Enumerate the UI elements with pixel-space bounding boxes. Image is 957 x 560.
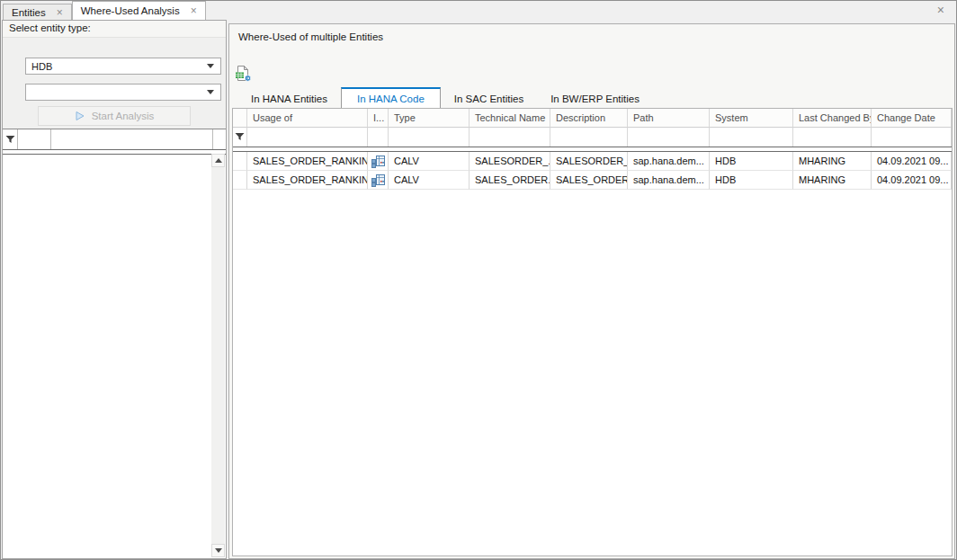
filter-cell-description[interactable] xyxy=(550,128,628,147)
column-header-system[interactable]: System xyxy=(710,109,793,128)
tab-label: In SAC Entities xyxy=(454,93,523,104)
tab-label: In BW/ERP Entities xyxy=(550,93,639,104)
filter-cell-type[interactable] xyxy=(389,128,470,147)
filter-cell-path[interactable] xyxy=(628,128,710,147)
cell-technical-name: SALESORDER_... xyxy=(470,152,550,171)
grid-filter-row xyxy=(233,128,952,147)
table-row[interactable]: SALES_ORDER_RANKING CALV SALESORDER_... … xyxy=(233,152,952,171)
tab-label: In HANA Entities xyxy=(251,93,327,104)
filter-cell-last-changed-by[interactable] xyxy=(793,128,872,147)
column-header-type[interactable]: Type xyxy=(389,109,470,128)
cell-usage-of: SALES_ORDER_RANKING xyxy=(247,171,368,190)
row-indicator xyxy=(233,152,247,171)
cell-usage-of: SALES_ORDER_RANKING xyxy=(247,152,368,171)
tab-entities[interactable]: Entities × xyxy=(3,4,72,20)
entity-type-dropdown-value: HDB xyxy=(31,61,52,72)
panel-close-icon[interactable]: × xyxy=(937,4,944,15)
column-header-icon[interactable]: I... xyxy=(368,109,389,128)
cell-path: sap.hana.dem... xyxy=(628,152,710,171)
play-icon xyxy=(75,111,85,121)
calculation-view-icon xyxy=(368,152,389,171)
tab-in-bw-erp-entities[interactable]: In BW/ERP Entities xyxy=(537,90,653,108)
excel-export-icon[interactable] xyxy=(234,64,252,82)
panel-title: Where-Used of multiple Entities xyxy=(238,31,383,42)
app-window: Entities × Where-Used Analysis × × Selec… xyxy=(0,0,957,560)
start-analysis-button[interactable]: Start Analysis xyxy=(38,106,191,126)
column-header-description[interactable]: Description xyxy=(550,109,628,128)
cell-system: HDB xyxy=(710,152,793,171)
cell-description: SALES_ORDER... xyxy=(550,171,628,190)
entity-type-dropdown[interactable]: HDB xyxy=(25,58,221,75)
vertical-scrollbar[interactable] xyxy=(211,154,225,557)
calculation-view-icon xyxy=(368,171,389,190)
chevron-down-icon[interactable] xyxy=(201,90,220,94)
grid-indicator-header xyxy=(233,109,247,128)
tab-where-used-analysis-label: Where-Used Analysis xyxy=(81,5,180,16)
entity-selection-panel: Select entity type: HDB Start Analysis xyxy=(2,20,227,559)
column-header-technical-name[interactable]: Technical Name xyxy=(470,109,550,128)
grid-header-row: Usage of I... Type Technical Name Descri… xyxy=(233,109,952,128)
cell-technical-name: SALES_ORDER... xyxy=(470,171,550,190)
tab-in-hana-entities[interactable]: In HANA Entities xyxy=(237,90,341,108)
entity-list-filter-row xyxy=(3,129,226,149)
tab-entities-label: Entities xyxy=(12,7,46,18)
filter-icon[interactable] xyxy=(3,129,17,149)
filter-cell-system[interactable] xyxy=(710,128,793,147)
cell-system: HDB xyxy=(710,171,793,190)
entity-dropdown[interactable] xyxy=(25,84,221,101)
where-used-results-panel: Where-Used of multiple Entities In HANA … xyxy=(228,23,955,559)
cell-type: CALV xyxy=(389,152,470,171)
column-header-change-date[interactable]: Change Date xyxy=(872,109,952,128)
results-grid: Usage of I... Type Technical Name Descri… xyxy=(232,108,953,556)
cell-last-changed-by: MHARING xyxy=(793,171,872,190)
filter-cell-technical-name[interactable] xyxy=(470,128,550,147)
entity-list-filter-cell[interactable] xyxy=(17,129,51,149)
select-entity-type-label: Select entity type: xyxy=(9,22,91,33)
cell-type: CALV xyxy=(389,171,470,190)
document-tab-bar: Entities × Where-Used Analysis × xyxy=(1,1,956,20)
cell-path: sap.hana.dem... xyxy=(628,171,710,190)
table-row[interactable]: SALES_ORDER_RANKING CALV SALES_ORDER... … xyxy=(233,171,952,190)
select-entity-type-header: Select entity type: xyxy=(3,21,226,38)
start-analysis-label: Start Analysis xyxy=(92,111,155,121)
tab-label: In HANA Code xyxy=(357,93,425,104)
tab-entities-close-icon[interactable]: × xyxy=(57,8,63,17)
filter-cell-icon[interactable] xyxy=(368,128,389,147)
cell-description: SALESORDER_... xyxy=(550,152,628,171)
filter-cell-change-date[interactable] xyxy=(872,128,952,147)
filter-icon[interactable] xyxy=(233,128,247,147)
row-indicator xyxy=(233,171,247,190)
entity-selection-form: HDB Start Analysis xyxy=(3,38,226,131)
tab-in-sac-entities[interactable]: In SAC Entities xyxy=(441,90,537,108)
entity-list-filter-cell[interactable] xyxy=(51,129,213,149)
column-header-usage-of[interactable]: Usage of xyxy=(247,109,368,128)
chevron-down-icon[interactable] xyxy=(201,64,220,68)
filter-cell-usage-of[interactable] xyxy=(247,128,368,147)
tab-where-used-analysis-close-icon[interactable]: × xyxy=(191,6,197,15)
cell-change-date: 04.09.2021 09... xyxy=(872,171,952,190)
result-tab-bar: In HANA Entities In HANA Code In SAC Ent… xyxy=(231,87,653,108)
cell-change-date: 04.09.2021 09... xyxy=(872,152,952,171)
scroll-down-icon[interactable] xyxy=(211,544,225,557)
tab-in-hana-code[interactable]: In HANA Code xyxy=(341,87,441,108)
column-header-path[interactable]: Path xyxy=(628,109,710,128)
grid-separator xyxy=(3,149,226,155)
tab-where-used-analysis[interactable]: Where-Used Analysis × xyxy=(72,1,206,20)
cell-last-changed-by: MHARING xyxy=(793,152,872,171)
entity-list-grid xyxy=(3,129,226,558)
column-header-last-changed-by[interactable]: Last Changed By xyxy=(793,109,872,128)
scroll-up-icon[interactable] xyxy=(211,154,225,167)
